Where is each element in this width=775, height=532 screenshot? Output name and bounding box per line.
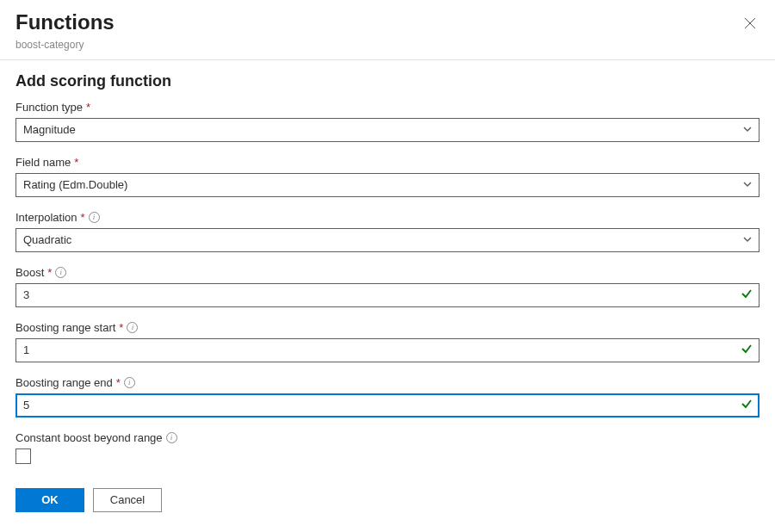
field-boost: Boost * i bbox=[16, 266, 760, 307]
label-text: Function type bbox=[16, 101, 83, 114]
required-indicator: * bbox=[119, 321, 123, 334]
field-range-end: Boosting range end * i bbox=[16, 376, 760, 418]
label-text: Boost bbox=[16, 266, 44, 279]
close-button[interactable] bbox=[741, 14, 760, 35]
field-label: Boost * i bbox=[16, 266, 760, 279]
info-icon[interactable]: i bbox=[55, 267, 66, 278]
info-icon[interactable]: i bbox=[127, 322, 138, 333]
required-indicator: * bbox=[47, 266, 52, 279]
ok-button[interactable]: OK bbox=[16, 488, 84, 512]
function-type-select[interactable]: Magnitude bbox=[16, 118, 760, 142]
field-function-type: Function type * Magnitude bbox=[16, 101, 760, 142]
required-indicator: * bbox=[86, 101, 90, 114]
field-range-start: Boosting range start * i bbox=[16, 321, 760, 362]
field-label: Constant boost beyond range i bbox=[16, 431, 760, 444]
panel-header: Functions boost-category bbox=[0, 0, 775, 60]
required-indicator: * bbox=[81, 211, 85, 224]
field-label: Boosting range end * i bbox=[16, 376, 760, 389]
required-indicator: * bbox=[74, 156, 78, 169]
range-start-input[interactable] bbox=[16, 338, 760, 362]
constant-boost-checkbox[interactable] bbox=[16, 448, 31, 464]
field-interpolation: Interpolation * i Quadratic bbox=[16, 211, 760, 252]
field-field-name: Field name * Rating (Edm.Double) bbox=[16, 156, 760, 197]
label-text: Boosting range end bbox=[16, 376, 113, 389]
field-label: Boosting range start * i bbox=[16, 321, 760, 334]
select-value: Rating (Edm.Double) bbox=[16, 173, 760, 197]
label-text: Interpolation bbox=[16, 211, 78, 224]
footer-buttons: OK Cancel bbox=[16, 488, 760, 512]
label-text: Constant boost beyond range bbox=[16, 431, 163, 444]
page-title: Functions bbox=[16, 10, 115, 35]
section-title: Add scoring function bbox=[16, 72, 760, 90]
select-value: Quadratic bbox=[16, 228, 760, 252]
info-icon[interactable]: i bbox=[166, 432, 177, 443]
cancel-button[interactable]: Cancel bbox=[93, 488, 162, 512]
interpolation-select[interactable]: Quadratic bbox=[16, 228, 760, 252]
title-block: Functions boost-category bbox=[16, 10, 115, 51]
field-label: Field name * bbox=[16, 156, 760, 169]
info-icon[interactable]: i bbox=[89, 212, 100, 223]
field-label: Function type * bbox=[16, 101, 760, 114]
page-subtitle: boost-category bbox=[16, 39, 115, 51]
field-constant-boost: Constant boost beyond range i bbox=[16, 431, 760, 467]
label-text: Field name bbox=[16, 156, 71, 169]
field-label: Interpolation * i bbox=[16, 211, 760, 224]
info-icon[interactable]: i bbox=[124, 377, 135, 388]
select-value: Magnitude bbox=[16, 118, 760, 142]
boost-input[interactable] bbox=[16, 283, 760, 307]
field-name-select[interactable]: Rating (Edm.Double) bbox=[16, 173, 760, 197]
close-icon bbox=[744, 17, 756, 32]
label-text: Boosting range start bbox=[16, 321, 115, 334]
content: Add scoring function Function type * Mag… bbox=[0, 60, 775, 528]
range-end-input[interactable] bbox=[16, 393, 760, 418]
required-indicator: * bbox=[116, 376, 121, 389]
